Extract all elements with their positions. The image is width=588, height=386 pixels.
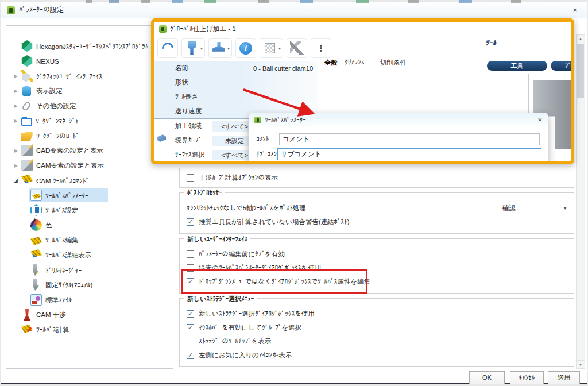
dropdown-caret-icon[interactable]: ▾	[200, 46, 203, 51]
tree-expander-icon[interactable]: ▶	[11, 118, 20, 123]
tree-expander-icon[interactable]: ◢	[11, 177, 20, 183]
tree-item[interactable]: CAM 干渉	[6, 307, 173, 322]
tree-item[interactable]: ﾂｰﾙﾊﾟｽ設定	[6, 203, 173, 218]
property-row[interactable]: ﾂｰﾙ長さ	[154, 90, 318, 104]
tree-item[interactable]: NEXUS	[6, 53, 173, 68]
background-ribbon-fragment	[86, 0, 546, 3]
ok-button[interactable]: OK	[469, 371, 505, 384]
cancel-button[interactable]: ｷｬﾝｾﾙ	[510, 371, 544, 384]
checkbox[interactable]: ✓	[187, 218, 194, 226]
tree-item[interactable]: ﾂｰﾙﾊﾟｽ計算	[6, 322, 173, 337]
dropdown-caret-icon[interactable]: ▾	[564, 205, 567, 211]
tree-item[interactable]: ◢CAM ﾂｰﾙﾊﾟｽｺﾏﾝﾄﾞ	[6, 173, 173, 188]
tree-expander-icon[interactable]: ▶	[11, 88, 20, 94]
checkbox-label: ﾄﾞﾛｯﾌﾟﾀﾞｳﾝﾒﾆｭｰではなくﾀﾞｲｱﾛｸﾞﾎﾞｯｸｽでﾂｰﾙﾊﾟｽ属性を…	[199, 277, 370, 286]
surface-finish-glyph	[160, 40, 176, 56]
tab-3[interactable]: 切削条件	[380, 59, 407, 67]
surface-finish-button[interactable]	[157, 38, 178, 58]
popup-close-icon[interactable]: ×	[537, 115, 542, 124]
tree-item-label: ﾜｰｸｿﾞｰﾝﾏﾈｰｼﾞｬｰ	[36, 117, 82, 125]
pattern-glyph	[265, 43, 275, 53]
checkbox[interactable]	[187, 338, 194, 345]
tree-expander-icon[interactable]: ▶	[11, 74, 20, 79]
checkbox-label: 新しいｽﾄﾗﾃｼﾞｰ選択ﾀﾞｲｱﾛｸﾞﾎﾞｯｸｽを使用	[199, 310, 315, 318]
settings-row: ✓推奨工具長が計算されていない場合警告(連結ﾎﾟｽﾄ)	[187, 215, 568, 229]
scrollbar-thumb[interactable]	[577, 44, 584, 98]
settings-row: ✓新しいｽﾄﾗﾃｼﾞｰ選択ﾀﾞｲｱﾛｸﾞﾎﾞｯｸｽを使用	[187, 307, 568, 321]
tree-item[interactable]: ﾄﾞﾘﾙﾏﾈｰｼﾞｬｰ	[6, 263, 173, 277]
surface-finish-icon	[160, 40, 176, 56]
tree-item[interactable]: ﾂｰﾙﾊﾟｽﾊﾟﾗﾒｰﾀｰ	[6, 188, 173, 203]
window-close-icon[interactable]: ×	[570, 5, 580, 16]
vertical-scrollbar[interactable]: ▲ ▼	[576, 34, 585, 369]
tree-item[interactable]: ﾜｰｸｿﾞｰﾝのﾛｰﾄﾞ	[6, 128, 173, 143]
tree-item[interactable]: 色	[6, 218, 173, 233]
tab-1[interactable]: 全般	[324, 59, 338, 67]
tool-profile-icon	[211, 40, 227, 56]
checkbox[interactable]	[187, 264, 194, 272]
pattern-button[interactable]: ▾	[260, 38, 283, 58]
checkbox-label: 干渉ｶｰﾌﾞ計算ｵﾌﾟｼｮﾝの表示	[199, 173, 278, 182]
tool-section-header: ﾂｰﾙ	[485, 39, 496, 47]
tree-item[interactable]: ▶表示設定	[6, 83, 173, 98]
tree-item-body: ﾂｰﾙﾊﾟｽ計算	[20, 323, 73, 337]
tree-item[interactable]: ▶ﾜｰｸｿﾞｰﾝﾏﾈｰｼﾞｬｰ	[6, 113, 173, 128]
tree-item-label: 色	[45, 221, 52, 230]
tree-item[interactable]: ▶CAM要素の設定と表示	[6, 158, 173, 173]
dropdown-caret-icon[interactable]: ▾	[227, 46, 230, 51]
popup-input[interactable]: コメント	[279, 133, 540, 145]
tree-item[interactable]: ▶その他の設定	[6, 98, 173, 113]
tree-item[interactable]: ﾂｰﾙﾊﾟｽ編集	[6, 233, 173, 248]
tree-item[interactable]: 標準ﾌｧｲﾙ	[6, 292, 173, 307]
workzone-load-icon	[21, 130, 33, 141]
app-icon	[254, 117, 261, 123]
tool-icon	[184, 40, 200, 56]
checkbox[interactable]: ✓	[187, 352, 194, 359]
wrench-glyph	[290, 41, 304, 55]
popup-input[interactable]: サブコメント	[277, 148, 541, 160]
tree-item[interactable]: ﾂｰﾙﾊﾟｽ詳細表示	[6, 248, 173, 263]
scroll-down-icon[interactable]: ▼	[577, 360, 585, 368]
workzone-manager-icon	[21, 118, 32, 126]
scroll-up-icon[interactable]: ▲	[577, 35, 585, 43]
checkbox-label: ｽﾄﾗﾃｼﾞｰのﾂｰﾙﾁｯﾌﾟを表示	[199, 337, 272, 346]
tree-expander-icon[interactable]: ▶	[11, 148, 20, 153]
tool-profile-button[interactable]: ▾	[208, 38, 232, 58]
tree-expander-icon[interactable]: ▶	[11, 163, 20, 168]
tree-item-body: CAM ﾂｰﾙﾊﾟｽｺﾏﾝﾄﾞ	[20, 173, 92, 187]
pill-button-2[interactable]: ﾌﾟ	[551, 61, 574, 71]
tree-item-label: 固定ｻｲｸﾙ(ﾏﾆｭｱﾙ)	[45, 280, 92, 290]
window-title: ﾊﾟﾗﾒｰﾀｰの設定	[19, 5, 64, 15]
tree-item-body: ﾄﾞﾘﾙﾏﾈｰｼﾞｬｰ	[29, 263, 85, 277]
info-button[interactable]: i	[235, 38, 256, 58]
tree-item[interactable]: ▶ｸﾞﾗﾌｨｯｸﾕｰｻﾞｰｲﾝﾀｰﾌｪｲｽ	[6, 68, 173, 83]
tree-expander-icon[interactable]: ▶	[11, 103, 20, 109]
property-row[interactable]: 形状	[154, 75, 318, 90]
group-title: 新しいﾕｰｻﾞｰｲﾝﾀｰﾌｪｲｽ	[184, 235, 250, 244]
checkbox[interactable]	[187, 250, 194, 258]
tree-item-label: NEXUS	[36, 57, 59, 65]
checkbox[interactable]: ✓	[187, 324, 194, 331]
tree-item[interactable]: ▶CAD要素の設定と表示	[6, 143, 173, 158]
tree-item-label: 表示設定	[36, 86, 63, 95]
checkbox[interactable]: ✓	[187, 278, 194, 285]
tree-item[interactable]: Hexagonｶｽﾀﾏｰﾕｰｻﾞｰｴｸｽﾍﾟﾘｴﾝｽﾌﾟﾛｸﾞﾗﾑ	[6, 38, 173, 53]
tab-2[interactable]: ｸﾘｱﾗﾝｽ	[345, 59, 365, 65]
popup-field-row: ｻﾌﾞ ｺﾒﾝﾄサブコメント	[256, 148, 540, 160]
property-row[interactable]: 名前0 - Ball cutter diam10	[154, 61, 318, 75]
wrench-button[interactable]	[287, 38, 307, 58]
tool-button[interactable]: ▾	[181, 38, 205, 58]
group-title: ﾎﾟｽﾄﾌﾟﾛｾｯｻｰ	[184, 189, 225, 196]
tree-item-label: ﾂｰﾙﾊﾟｽ編集	[45, 236, 79, 245]
checkbox[interactable]: ✓	[187, 310, 194, 318]
pill-button-1[interactable]: 工具	[487, 61, 547, 71]
dropdown-caret-icon[interactable]: ▾	[278, 46, 281, 51]
tree-item-body: 色	[29, 218, 56, 232]
tree-item-body: ﾜｰｸｿﾞｰﾝのﾛｰﾄﾞ	[20, 129, 83, 142]
dropdown-value[interactable]: 確認	[502, 204, 516, 213]
tree-item-label: ﾂｰﾙﾊﾟｽ計算	[36, 325, 69, 334]
apply-button[interactable]: 適用	[548, 371, 580, 384]
checkbox[interactable]	[187, 174, 194, 182]
tree-item[interactable]: 固定ｻｲｸﾙ(ﾏﾆｭｱﾙ)	[6, 277, 173, 292]
settings-row: 干渉ｶｰﾌﾞ計算ｵﾌﾟｼｮﾝの表示	[187, 173, 568, 183]
